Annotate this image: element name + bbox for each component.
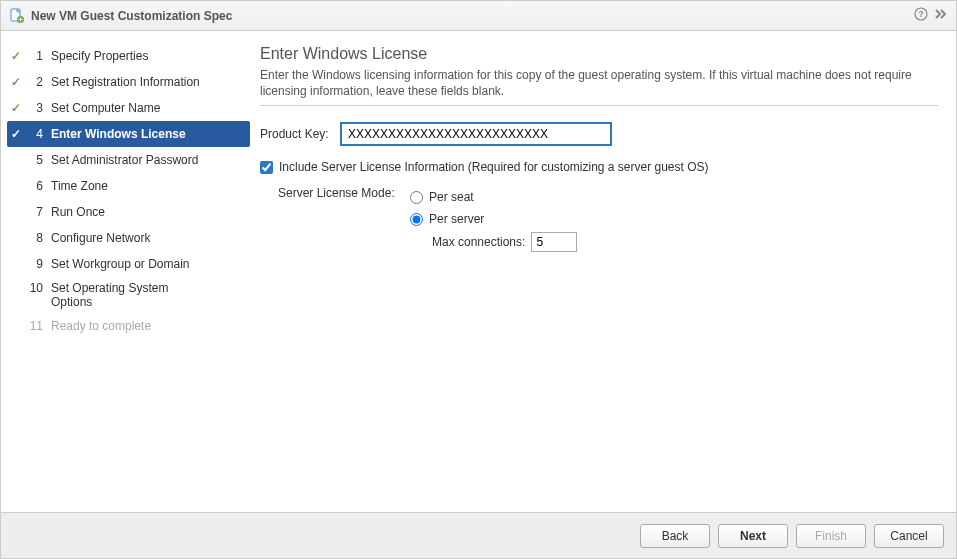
panel-description: Enter the Windows licensing information … (260, 67, 938, 99)
server-mode-label: Server License Mode: (260, 186, 410, 252)
step-label: Configure Network (51, 231, 150, 245)
step-workgroup-or-domain[interactable]: 9 Set Workgroup or Domain (1, 251, 256, 277)
step-label: Enter Windows License (51, 127, 186, 141)
check-icon: ✓ (9, 49, 23, 63)
check-icon: ✓ (9, 127, 23, 141)
step-os-options[interactable]: 10 Set Operating System Options (1, 277, 256, 313)
help-icon[interactable]: ? (914, 7, 928, 24)
step-time-zone[interactable]: 6 Time Zone (1, 173, 256, 199)
window-title: New VM Guest Customization Spec (31, 9, 232, 23)
step-label: Ready to complete (51, 319, 151, 333)
step-specify-properties[interactable]: ✓ 1 Specify Properties (1, 43, 256, 69)
per-server-label: Per server (429, 212, 484, 226)
step-set-computer-name[interactable]: ✓ 3 Set Computer Name (1, 95, 256, 121)
per-seat-label: Per seat (429, 190, 474, 204)
step-label: Set Administrator Password (51, 153, 198, 167)
expand-icon[interactable] (934, 7, 948, 24)
cancel-button[interactable]: Cancel (874, 524, 944, 548)
back-button[interactable]: Back (640, 524, 710, 548)
include-server-row: Include Server License Information (Requ… (260, 160, 938, 174)
per-seat-radio[interactable] (410, 191, 423, 204)
check-icon: ✓ (9, 75, 23, 89)
step-label: Time Zone (51, 179, 108, 193)
titlebar: New VM Guest Customization Spec ? (1, 1, 956, 31)
product-key-row: Product Key: (260, 122, 938, 146)
panel-heading: Enter Windows License (260, 45, 938, 63)
max-connections-row: Max connections: (432, 232, 577, 252)
max-connections-label: Max connections: (432, 235, 525, 249)
document-add-icon (9, 8, 25, 24)
wizard-sidebar: ✓ 1 Specify Properties ✓ 2 Set Registrat… (1, 31, 256, 512)
step-set-admin-password[interactable]: 5 Set Administrator Password (1, 147, 256, 173)
step-label: Run Once (51, 205, 105, 219)
step-enter-windows-license[interactable]: ✓ 4 Enter Windows License (7, 121, 250, 147)
include-server-label: Include Server License Information (Requ… (279, 160, 709, 174)
finish-button: Finish (796, 524, 866, 548)
step-ready-to-complete: 11 Ready to complete (1, 313, 256, 339)
step-label: Set Workgroup or Domain (51, 257, 190, 271)
include-server-checkbox[interactable] (260, 161, 273, 174)
footer: Back Next Finish Cancel (1, 512, 956, 558)
step-configure-network[interactable]: 8 Configure Network (1, 225, 256, 251)
product-key-label: Product Key: (260, 127, 340, 141)
product-key-input[interactable] (340, 122, 612, 146)
divider (260, 105, 938, 106)
step-set-registration-info[interactable]: ✓ 2 Set Registration Information (1, 69, 256, 95)
step-label: Set Computer Name (51, 101, 160, 115)
content-panel: Enter Windows License Enter the Windows … (256, 31, 956, 512)
per-server-radio[interactable] (410, 213, 423, 226)
step-label: Set Registration Information (51, 75, 200, 89)
step-label: Specify Properties (51, 49, 148, 63)
next-button[interactable]: Next (718, 524, 788, 548)
step-run-once[interactable]: 7 Run Once (1, 199, 256, 225)
check-icon: ✓ (9, 101, 23, 115)
step-label: Set Operating System Options (51, 281, 201, 309)
svg-text:?: ? (918, 9, 924, 19)
max-connections-input[interactable] (531, 232, 577, 252)
server-mode-row: Server License Mode: Per seat Per server… (260, 186, 938, 252)
